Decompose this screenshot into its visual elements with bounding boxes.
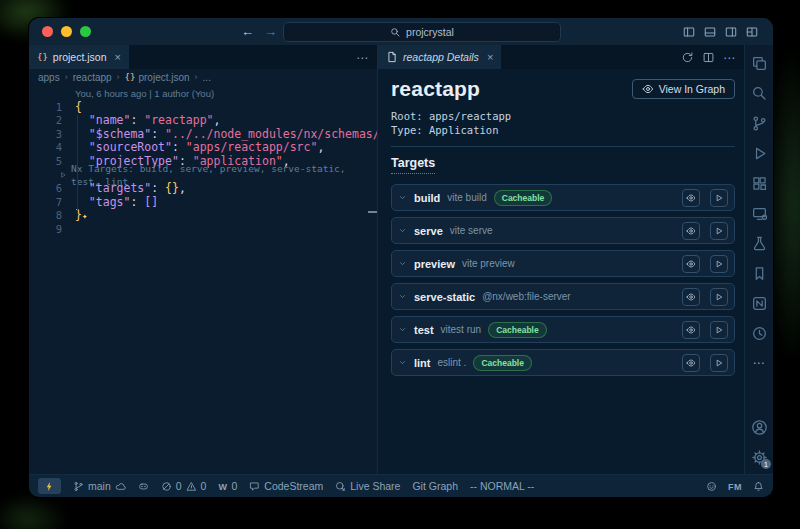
run-target-button[interactable] xyxy=(710,288,728,306)
activity-item-remote-explorer[interactable] xyxy=(745,198,773,228)
chevron-down-icon[interactable] xyxy=(398,358,407,367)
breadcrumb-separator: › xyxy=(117,72,120,82)
activity-item-more-views[interactable]: ⋯ xyxy=(745,348,773,378)
line-number: 9 xyxy=(29,223,75,237)
minimize-window-button[interactable] xyxy=(61,26,72,37)
status-item-live-share[interactable]: Live Share xyxy=(335,480,400,492)
code-line[interactable]: 2 "name": "reactapp", xyxy=(29,114,377,128)
status-item-remote-indicator[interactable] xyxy=(38,478,61,494)
panel-right-icon[interactable] xyxy=(724,25,738,39)
activity-item-nx-console[interactable] xyxy=(745,288,773,318)
view-target-button[interactable] xyxy=(682,321,700,339)
activity-item-settings[interactable]: 1 xyxy=(745,442,773,472)
activity-item-testing[interactable] xyxy=(745,228,773,258)
lightning-icon xyxy=(44,481,55,492)
cacheable-badge: Cacheable xyxy=(473,355,532,371)
git-codelens[interactable]: You, 6 hours ago | 1 author (You) xyxy=(29,87,377,101)
run-target-button[interactable] xyxy=(710,222,728,240)
breadcrumb-item--[interactable]: ... xyxy=(203,72,211,83)
view-target-button[interactable] xyxy=(682,255,700,273)
run-target-button[interactable] xyxy=(710,189,728,207)
target-name: lint xyxy=(414,357,431,369)
view-target-button[interactable] xyxy=(682,189,700,207)
zoom-window-button[interactable] xyxy=(80,26,91,37)
status-item-problems[interactable]: 00 xyxy=(161,480,207,492)
code-line[interactable]: 1{ xyxy=(29,101,377,115)
breadcrumb-item-reactapp[interactable]: reactapp xyxy=(73,72,112,83)
status-item-git-branch[interactable]: main xyxy=(73,480,126,492)
activity-item-search[interactable] xyxy=(745,78,773,108)
close-tab-icon[interactable]: × xyxy=(115,51,121,63)
code-line[interactable]: 4 "sourceRoot": "apps/reactapp/src", xyxy=(29,141,377,155)
activity-item-run-debug[interactable] xyxy=(745,138,773,168)
error-circle-icon xyxy=(161,481,172,492)
status-item-copilot[interactable] xyxy=(138,481,149,492)
target-command: vitest run xyxy=(441,324,482,335)
split-editor-icon[interactable] xyxy=(702,51,715,64)
view-target-button[interactable] xyxy=(682,222,700,240)
overview-ruler-marker xyxy=(368,211,377,213)
code-line[interactable]: 7 "tags": [] xyxy=(29,196,377,210)
more-actions-icon[interactable]: ⋯ xyxy=(723,48,736,66)
run-target-button[interactable] xyxy=(710,354,728,372)
target-row-test[interactable]: testvitest runCacheable xyxy=(391,316,735,343)
targets-list: buildvite buildCacheableservevite servep… xyxy=(391,184,735,376)
status-bar: main00W0CodeStreamLive ShareGit Graph-- … xyxy=(29,474,773,497)
panel-left-icon[interactable] xyxy=(682,25,696,39)
view-in-graph-button[interactable]: View In Graph xyxy=(632,79,735,99)
status-item-notifications[interactable] xyxy=(753,481,764,492)
panel-bottom-icon[interactable] xyxy=(703,25,717,39)
code-line[interactable]: 8}✦ xyxy=(29,209,377,223)
chevron-down-icon[interactable] xyxy=(398,325,407,334)
tab-label: reactapp Details xyxy=(403,51,479,63)
forward-icon[interactable]: → xyxy=(264,24,277,39)
vscode-window: ← → projcrystal {} project.json × ⋯ apps… xyxy=(29,18,773,497)
tab-reactapp-details[interactable]: reactapp Details × xyxy=(378,45,501,69)
status-item-w-indicator[interactable]: W0 xyxy=(218,480,237,492)
layout-grid-icon[interactable] xyxy=(745,25,759,39)
activity-item-timeline[interactable] xyxy=(745,318,773,348)
status-item-vim-mode[interactable]: -- NORMAL -- xyxy=(470,480,534,492)
chevron-down-icon[interactable] xyxy=(398,259,407,268)
history-nav: ← → xyxy=(241,18,277,45)
code-line[interactable]: 3 "$schema": "../../node_modules/nx/sche… xyxy=(29,128,377,142)
view-target-button[interactable] xyxy=(682,288,700,306)
status-item-fm-indicator[interactable]: FM xyxy=(728,480,742,492)
code-editor[interactable]: You, 6 hours ago | 1 author (You) 1{2 "n… xyxy=(29,85,377,474)
activity-item-extensions[interactable] xyxy=(745,168,773,198)
breadcrumb-item-project-json[interactable]: {}project.json xyxy=(125,72,190,83)
chevron-down-icon[interactable] xyxy=(398,292,407,301)
run-target-button[interactable] xyxy=(710,255,728,273)
activity-item-accounts[interactable] xyxy=(745,412,773,442)
chevron-down-icon[interactable] xyxy=(398,226,407,235)
refresh-icon[interactable] xyxy=(681,51,694,64)
back-icon[interactable]: ← xyxy=(241,24,254,39)
chevron-down-icon[interactable] xyxy=(398,193,407,202)
activity-item-bookmarks[interactable] xyxy=(745,258,773,288)
activity-item-source-control[interactable] xyxy=(745,108,773,138)
target-row-lint[interactable]: linteslint .Cacheable xyxy=(391,349,735,376)
status-item-feedback-smiley[interactable] xyxy=(706,481,717,492)
code-line[interactable]: 9 xyxy=(29,223,377,237)
eye-icon xyxy=(642,83,654,95)
nx-targets-codelens[interactable]: Nx Targets: build, serve, preview, serve… xyxy=(29,169,377,183)
target-row-serve[interactable]: servevite serve xyxy=(391,217,735,244)
close-window-button[interactable] xyxy=(42,26,53,37)
view-target-button[interactable] xyxy=(682,354,700,372)
target-row-preview[interactable]: previewvite preview xyxy=(391,250,735,277)
more-actions-icon[interactable]: ⋯ xyxy=(356,48,369,66)
code-lines: 1{2 "name": "reactapp",3 "$schema": "../… xyxy=(29,101,377,237)
breadcrumb-item-apps[interactable]: apps xyxy=(38,72,60,83)
cloud-icon xyxy=(115,481,126,492)
activity-item-explorer[interactable] xyxy=(745,48,773,78)
status-item-git-graph[interactable]: Git Graph xyxy=(412,480,458,492)
status-item-codestream[interactable]: CodeStream xyxy=(249,480,323,492)
target-command: @nx/web:file-server xyxy=(482,291,571,302)
target-row-build[interactable]: buildvite buildCacheable xyxy=(391,184,735,211)
activity-bar-top: ⋯ xyxy=(745,45,773,378)
tab-project-json[interactable]: {} project.json × xyxy=(29,45,129,69)
close-tab-icon[interactable]: × xyxy=(487,51,493,63)
target-row-serve-static[interactable]: serve-static@nx/web:file-server xyxy=(391,283,735,310)
command-center-search[interactable]: projcrystal xyxy=(283,22,561,42)
run-target-button[interactable] xyxy=(710,321,728,339)
